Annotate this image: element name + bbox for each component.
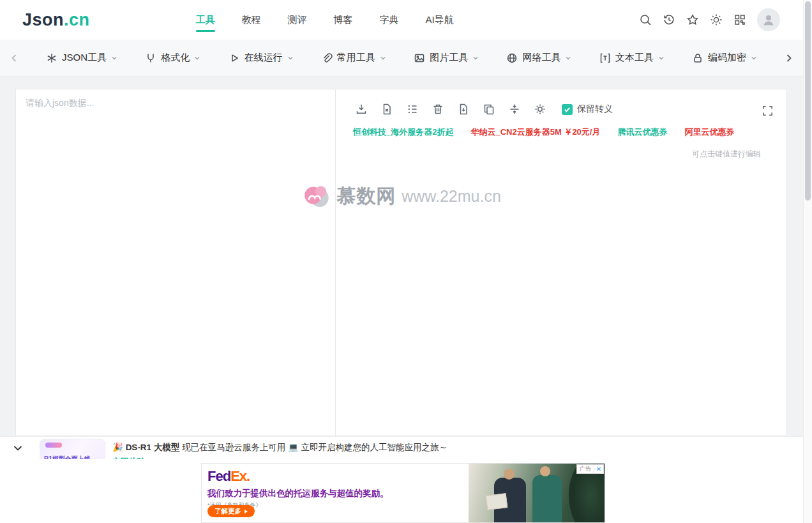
nav-item-tools[interactable]: 工具: [183, 0, 229, 40]
ad-cta-button[interactable]: 了解更多: [207, 505, 255, 517]
catbar-item-common-tools[interactable]: 常用工具: [321, 52, 386, 64]
json-editor-panel: 保留转义 恒创科技_海外服务器2折起 华纳云_CN2云服务器5M ￥20元/月 …: [15, 89, 787, 436]
chevron-down-icon: [111, 55, 117, 61]
export-button[interactable]: [457, 103, 470, 116]
chevron-down-icon: [194, 55, 200, 61]
catbar-item-label: 格式化: [161, 52, 190, 64]
copy-button[interactable]: [483, 103, 495, 116]
compress-icon: [508, 103, 521, 116]
json-output-pane: 保留转义 恒创科技_海外服务器2折起 华纳云_CN2云服务器5M ￥20元/月 …: [336, 89, 786, 436]
catbar-item-label: 网络工具: [522, 52, 560, 64]
announcement-body-2: 立即开启构建您的人工智能应用之旅～: [301, 443, 448, 452]
catbar-item-label: JSON工具: [62, 52, 107, 64]
promo-link-1[interactable]: 恒创科技_海外服务器2折起: [353, 126, 453, 138]
header-actions: [639, 8, 780, 31]
preserve-escape-checkbox[interactable]: 保留转义: [562, 103, 613, 115]
user-avatar[interactable]: [757, 8, 780, 31]
package-shape: [486, 493, 508, 510]
person-head-shape: [504, 469, 515, 480]
promo-thumbnail-text: R1模型全面上线: [44, 455, 91, 459]
json-input-pane: [16, 89, 336, 436]
ad-banner[interactable]: FedEx. 我们致力于提供出色的托运服务与超值的奖励。 *适用《条款和条件》 …: [201, 463, 605, 523]
ad-content: FedEx. 我们致力于提供出色的托运服务与超值的奖励。 *适用《条款和条件》 …: [202, 464, 469, 522]
announcement-emoji-1: 🎉: [112, 443, 123, 452]
page-scrollbar[interactable]: [803, 0, 812, 523]
star-icon: [686, 13, 699, 26]
output-toolbar: 保留转义: [336, 97, 786, 121]
promo-link-2[interactable]: 华纳云_CN2云服务器5M ￥20元/月: [470, 126, 600, 138]
promo-link-4[interactable]: 阿里云优惠券: [684, 126, 734, 138]
ad-close-button[interactable]: ✕: [594, 464, 604, 474]
copy-icon: [483, 103, 495, 116]
history-icon: [663, 13, 675, 26]
nav-item-blog[interactable]: 博客: [320, 0, 366, 40]
compress-button[interactable]: [508, 103, 521, 116]
catbar-item-encode-encrypt[interactable]: 编码加密: [692, 52, 757, 64]
catbar-item-label: 常用工具: [337, 52, 375, 64]
chevron-left-icon: [10, 54, 18, 63]
nav-item-tutorials[interactable]: 教程: [229, 0, 274, 40]
chevron-down-icon: [658, 55, 665, 61]
nav-item-dictionary[interactable]: 字典: [366, 0, 412, 40]
logo-tld: .cn: [64, 10, 90, 29]
main-nav: 工具 教程 测评 博客 字典 AI导航: [183, 0, 467, 40]
catbar-item-run-online[interactable]: 在线运行: [229, 52, 294, 64]
catbar-item-image-tools[interactable]: 图片工具: [414, 52, 479, 64]
site-logo[interactable]: Json.cn: [22, 10, 90, 30]
collapse-button[interactable]: [6, 439, 29, 457]
scroll-right-button[interactable]: [775, 54, 803, 63]
fullscreen-button[interactable]: [762, 105, 774, 119]
chevron-down-icon: [380, 55, 386, 61]
chevron-down-icon: [472, 55, 479, 61]
fedex-logo-ex: Ex: [230, 468, 246, 484]
promo-link-3[interactable]: 腾讯云优惠券: [617, 126, 667, 138]
scrollbar-thumb[interactable]: [805, 1, 811, 201]
paperclip-icon: [321, 52, 333, 64]
play-icon: [229, 52, 240, 64]
category-items: JSON工具 格式化 在线运行 常用工具 图片工具: [28, 52, 775, 64]
promo-links-row: 恒创科技_海外服务器2折起 华纳云_CN2云服务器5M ￥20元/月 腾讯云优惠…: [336, 121, 786, 143]
file-clear-icon: [380, 103, 393, 116]
sun-icon: [710, 13, 723, 26]
format-icon: [145, 52, 156, 64]
preserve-escape-label: 保留转义: [577, 103, 613, 115]
file-download-icon: [457, 103, 470, 116]
promo-thumbnail[interactable]: R1模型全面上线: [40, 439, 105, 459]
ad-label-badge: 广告: [576, 464, 594, 474]
logo-name: Json: [22, 10, 64, 29]
announcement-body-1: 现已在亚马逊云服务上可用: [182, 443, 285, 452]
catbar-item-text-tools[interactable]: 文本工具: [599, 52, 665, 64]
favorite-button[interactable]: [686, 13, 699, 26]
catbar-item-format[interactable]: 格式化: [145, 52, 200, 64]
catbar-item-label: 在线运行: [244, 52, 283, 64]
fedex-logo-fed: Fed: [207, 468, 230, 484]
qrcode-button[interactable]: [733, 13, 746, 26]
catbar-item-network-tools[interactable]: 网络工具: [506, 52, 571, 64]
json-icon: [46, 52, 57, 64]
nav-item-ai-nav[interactable]: AI导航: [412, 0, 467, 40]
ad-headline: 我们致力于提供出色的托运服务与超值的奖励。: [207, 488, 469, 499]
settings-button[interactable]: [534, 103, 546, 116]
nav-item-reviews[interactable]: 测评: [274, 0, 320, 40]
save-button[interactable]: [355, 103, 368, 116]
search-icon: [639, 13, 652, 26]
text-icon: [599, 52, 611, 64]
delete-button[interactable]: [432, 103, 444, 116]
history-button[interactable]: [663, 13, 675, 26]
theme-button[interactable]: [710, 13, 723, 26]
top-header: Json.cn 工具 教程 测评 博客 字典 AI导航: [0, 0, 803, 40]
search-button[interactable]: [639, 13, 652, 26]
scroll-left-button[interactable]: [0, 54, 28, 63]
sort-button[interactable]: [406, 103, 419, 116]
chevron-down-icon: [751, 55, 757, 61]
gear-icon: [534, 103, 546, 116]
announcement-cta-link[interactable]: 立即体验: [112, 456, 146, 459]
clear-button[interactable]: [380, 103, 393, 116]
download-icon: [355, 103, 368, 116]
announcement-title: DS-R1 大模型: [126, 443, 180, 452]
edit-hint-text: 可点击键值进行编辑: [336, 149, 786, 160]
json-input[interactable]: [16, 89, 335, 436]
ad-meta: 广告 ✕: [576, 464, 604, 474]
catbar-item-label: 文本工具: [615, 52, 654, 64]
catbar-item-json-tools[interactable]: JSON工具: [46, 52, 117, 64]
